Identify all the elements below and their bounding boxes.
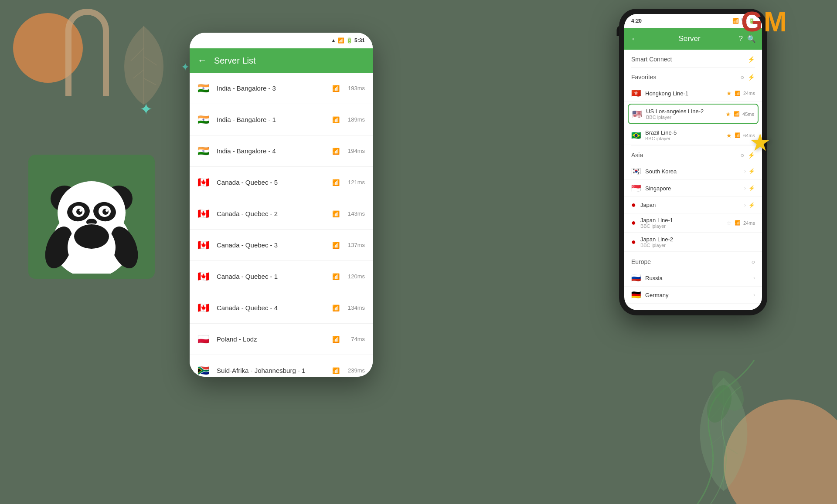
svg-line-10	[710, 434, 724, 445]
server-name-3: Canada - Quebec - 5	[217, 179, 326, 186]
us-star: ★	[725, 111, 731, 118]
hk-row[interactable]: 🇭🇰 Hongkong Line-1 ★ 📶 24ms	[624, 85, 762, 102]
phone-left: ▲ 📶 🔋 5:31 ← Server List 🇮🇳 India - Bang…	[190, 33, 373, 377]
germany-row[interactable]: 🇩🇪 Germany ›	[624, 287, 762, 304]
hk-signal: 📶	[735, 91, 741, 96]
russia-flag: 🇷🇺	[631, 273, 641, 283]
server-item-7[interactable]: 🇨🇦 Canada - Quebec - 4 📶 134ms	[190, 292, 373, 324]
hk-name: Hongkong Line-1	[645, 90, 722, 97]
russia-info: Russia	[645, 275, 749, 281]
us-signal: 📶	[734, 111, 740, 117]
hk-star: ★	[726, 90, 732, 97]
japan-actions: › ⚡	[744, 202, 755, 208]
server-latency-3: 121ms	[347, 179, 365, 186]
favorites-header: Favorites ○ ⚡	[631, 71, 755, 83]
server-name-8: Poland - Lodz	[217, 335, 326, 343]
japan-line1-sub: BBC iplayer	[640, 223, 722, 229]
server-signal-6: 📶	[332, 273, 340, 280]
brazil-row[interactable]: 🇧🇷 Brazil Line-5 BBC iplayer ★ 📶 64ms	[624, 126, 762, 145]
back-button-right[interactable]: ←	[630, 33, 640, 44]
sparkle-decoration-2: ✦	[181, 61, 190, 73]
us-flag: 🇺🇸	[632, 109, 642, 119]
server-name-2: India - Bangalore - 4	[217, 147, 326, 155]
russia-row[interactable]: 🇷🇺 Russia ›	[624, 270, 762, 287]
south-korea-flag: 🇰🇷	[631, 166, 641, 176]
status-bar-left: ▲ 📶 🔋 5:31	[190, 33, 373, 48]
phone-right-inner: 4:20 📶 📡 🔋 ← Server ? 🔍 Smart C	[624, 14, 762, 310]
germany-actions: ›	[753, 292, 755, 298]
server-flag-1: 🇮🇳	[197, 114, 211, 125]
europe-circle: ○	[752, 258, 755, 265]
asia-header: Asia ○ ⚡	[631, 149, 755, 161]
server-item-5[interactable]: 🇨🇦 Canada - Quebec - 3 📶 137ms	[190, 230, 373, 261]
japan-line1-row[interactable]: ● Japan Line-1 BBC iplayer ☆ 📶 24ms	[624, 213, 762, 233]
south-korea-bolt: ⚡	[749, 168, 755, 174]
europe-icons: ○	[752, 258, 755, 265]
server-signal-4: 📶	[332, 210, 340, 217]
brazil-signal: 📶	[735, 132, 741, 138]
server-latency-7: 134ms	[347, 304, 365, 311]
server-item-6[interactable]: 🇨🇦 Canada - Quebec - 1 📶 120ms	[190, 261, 373, 292]
europe-header: Europe ○	[631, 256, 755, 268]
singapore-row[interactable]: 🇸🇬 Singapore › ⚡	[624, 180, 762, 197]
server-item-1[interactable]: 🇮🇳 India - Bangalore - 1 📶 189ms	[190, 104, 373, 135]
server-name-4: Canada - Quebec - 2	[217, 210, 326, 217]
server-flag-8: 🇵🇱	[197, 334, 211, 345]
phone-left-header: ← Server List	[190, 48, 373, 73]
server-item-4[interactable]: 🇨🇦 Canada - Quebec - 2 📶 143ms	[190, 198, 373, 230]
server-item-8[interactable]: 🇵🇱 Poland - Lodz 📶 74ms	[190, 324, 373, 355]
smart-connect-header: Smart Connect ⚡	[631, 53, 755, 65]
japan-row[interactable]: ● Japan › ⚡	[624, 197, 762, 213]
brazil-name: Brazil Line-5	[645, 129, 722, 136]
server-flag-3: 🇨🇦	[197, 177, 211, 188]
server-name-5: Canada - Quebec - 3	[217, 241, 326, 249]
server-latency-6: 120ms	[347, 273, 365, 280]
server-name-1: India - Bangalore - 1	[217, 116, 326, 123]
south-korea-chevron: ›	[744, 168, 746, 174]
server-item-3[interactable]: 🇨🇦 Canada - Quebec - 5 📶 121ms	[190, 167, 373, 198]
germany-flag: 🇩🇪	[631, 290, 641, 300]
server-name-7: Canada - Quebec - 4	[217, 304, 326, 311]
brazil-flag: 🇧🇷	[631, 131, 641, 140]
server-name-6: Canada - Quebec - 1	[217, 273, 326, 280]
japan-line1-info: Japan Line-1 BBC iplayer	[640, 217, 722, 229]
server-item-9[interactable]: 🇿🇦 Suid-Afrika - Johannesburg - 1 📶 239m…	[190, 355, 373, 377]
svg-point-23	[105, 209, 108, 212]
japan-line2-row[interactable]: ● Japan Line-2 BBC iplayer	[624, 233, 762, 252]
smart-connect-bolt: ⚡	[748, 56, 755, 63]
server-item-2[interactable]: 🇮🇳 India - Bangalore - 4 📶 194ms	[190, 135, 373, 167]
server-latency-5: 137ms	[347, 242, 365, 248]
right-leaf-decoration	[680, 373, 767, 495]
us-row[interactable]: 🇺🇸 US Los-angeles Line-2 BBC iplayer ★ 📶…	[628, 104, 759, 124]
server-item-0[interactable]: 🇮🇳 India - Bangalore - 3 📶 193ms	[190, 73, 373, 104]
japan-line2-name: Japan Line-2	[640, 236, 755, 243]
server-signal-5: 📶	[332, 242, 340, 249]
us-actions: ★ 📶 45ms	[725, 111, 754, 118]
germany-name: Germany	[645, 292, 749, 298]
japan-flag: ●	[631, 200, 636, 210]
server-name-9: Suid-Afrika - Johannesburg - 1	[217, 367, 326, 374]
favorites-label: Favorites	[631, 74, 657, 81]
japan-line1-star: ☆	[726, 220, 732, 227]
server-flag-5: 🇨🇦	[197, 240, 211, 251]
server-flag-9: 🇿🇦	[197, 365, 211, 376]
singapore-chevron: ›	[744, 185, 746, 191]
russia-actions: ›	[753, 275, 755, 281]
brazil-star: ★	[726, 132, 732, 139]
asia-section: Asia ○ ⚡	[624, 145, 762, 163]
server-latency-4: 143ms	[347, 210, 365, 217]
south-korea-row[interactable]: 🇰🇷 South Korea › ⚡	[624, 163, 762, 180]
phone-right-wrapper: 4:20 📶 📡 🔋 ← Server ? 🔍 Smart C	[610, 9, 776, 315]
panda-svg	[39, 160, 144, 274]
japan-line2-flag: ●	[631, 237, 636, 247]
japan-line1-latency: 24ms	[743, 220, 755, 226]
europe-section: Europe ○	[624, 252, 762, 270]
circle-icon: ○	[741, 74, 744, 81]
back-button-left[interactable]: ←	[197, 55, 207, 66]
svg-line-9	[724, 417, 739, 430]
asia-label: Asia	[631, 152, 643, 159]
server-flag-7: 🇨🇦	[197, 302, 211, 314]
hk-actions: ★ 📶 24ms	[726, 90, 755, 97]
japan-bolt: ⚡	[749, 202, 755, 208]
time-display: 5:31	[354, 37, 365, 44]
